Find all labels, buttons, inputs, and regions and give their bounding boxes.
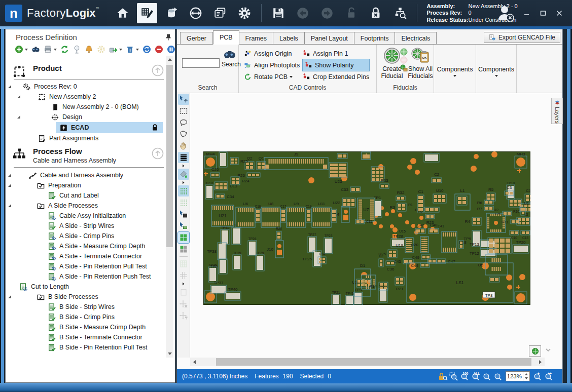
tree-item-a-side-terminate-connector[interactable]: A Side - Terminate Connector xyxy=(6,251,163,261)
layers-tab[interactable]: Layers xyxy=(551,98,563,124)
scroll-down-icon[interactable] xyxy=(166,350,173,358)
stop-icon[interactable] xyxy=(155,45,163,54)
scroll-left-icon[interactable] xyxy=(190,358,199,366)
select-move-icon[interactable] xyxy=(178,94,189,105)
tab-labels[interactable]: Labels xyxy=(273,32,305,45)
print-icon[interactable] xyxy=(44,45,57,54)
tree-item-process-rev-0[interactable]: Process Rev: 0 xyxy=(6,82,163,92)
tree-item-cut-and-label[interactable]: Cut and Label xyxy=(6,190,163,201)
zoom-ALL-icon[interactable]: ALL xyxy=(471,371,482,381)
settings-icon[interactable] xyxy=(234,3,255,23)
home-icon[interactable] xyxy=(113,3,133,23)
tree-item-new-assembly-2-0-bom[interactable]: New Assembly 2 - 0 (BOM) xyxy=(6,102,163,112)
add-icon[interactable] xyxy=(15,45,28,54)
show-polarity-button[interactable]: Show Polarity xyxy=(303,59,369,71)
grid-dots-light-icon[interactable] xyxy=(178,197,189,208)
expander-icon[interactable] xyxy=(8,183,12,187)
unlock-icon[interactable] xyxy=(341,3,362,23)
tree-item-cable-assy-initialization[interactable]: Cable Assy Initialization xyxy=(6,211,163,221)
select-lasso-icon[interactable] xyxy=(178,117,189,128)
select-component-icon[interactable] xyxy=(178,209,189,220)
tree-item-cut-to-length[interactable]: Cut to Length xyxy=(6,282,163,292)
scrollbar-thumb[interactable] xyxy=(166,65,173,247)
tab-gerber[interactable]: Gerber xyxy=(180,32,213,45)
scroll-down-icon[interactable] xyxy=(545,348,551,352)
feeders-icon[interactable] xyxy=(161,3,182,23)
tab-footprints[interactable]: Footprints xyxy=(354,32,396,45)
components-dropdown-2[interactable]: Components xyxy=(476,66,516,77)
grid-dots-icon[interactable] xyxy=(178,185,189,197)
scrollbar-thumb[interactable] xyxy=(216,358,531,366)
tab-pcb[interactable]: PCB xyxy=(213,30,239,45)
move-x-icon[interactable] xyxy=(178,298,189,309)
tab-panel-layout[interactable]: Panel Layout xyxy=(305,32,354,45)
tree-item-b-side-crimp-pins[interactable]: B Side - Crimp Pins xyxy=(6,312,163,322)
zoom-plusplus-icon[interactable]: ++ xyxy=(544,371,555,381)
tree-item-b-side-strip-wires[interactable]: B Side - Strip Wires xyxy=(6,302,163,312)
assign-origin-button[interactable]: Assign Origin xyxy=(244,48,300,59)
expander-icon[interactable] xyxy=(8,295,12,299)
assign-pin1-button[interactable]: Assign Pin 1 xyxy=(303,48,369,59)
tree-item-b-side-processes[interactable]: B Side Processes xyxy=(6,292,163,302)
search-button[interactable]: Search xyxy=(222,49,238,68)
pin-icon[interactable] xyxy=(165,33,172,41)
undo-icon[interactable] xyxy=(293,3,313,23)
tree-item-b-side-pin-retention-pull-test[interactable]: B Side - Pin Retention Pull Test xyxy=(6,342,163,352)
components-dropdown-1[interactable]: Components xyxy=(434,66,476,77)
scroll-right-icon[interactable] xyxy=(536,358,545,366)
fill-colors-icon[interactable] xyxy=(178,169,189,180)
delete-icon[interactable] xyxy=(126,45,139,54)
user-session-icon[interactable] xyxy=(496,4,517,24)
collapse-product-icon[interactable] xyxy=(152,64,164,76)
search-input[interactable] xyxy=(182,58,220,68)
move-pin-icon[interactable] xyxy=(178,310,189,321)
expander-icon[interactable] xyxy=(8,85,12,89)
data-transfer-icon[interactable] xyxy=(186,3,206,23)
zoom-minusminus-icon[interactable]: -- xyxy=(482,371,493,381)
zoom-plus-icon[interactable]: + xyxy=(533,371,544,381)
tree-item-a-side-measure-crimp-depth[interactable]: A Side - Measure Crimp Depth xyxy=(6,241,163,251)
expander-icon[interactable] xyxy=(17,115,21,119)
process-definition-icon[interactable] xyxy=(137,3,157,23)
tree-item-b-side-measure-crimp-depth[interactable]: B Side - Measure Crimp Depth xyxy=(6,322,163,332)
reports-icon[interactable] xyxy=(210,3,230,23)
select-rect-icon[interactable] xyxy=(178,105,189,116)
pause-icon[interactable] xyxy=(167,45,175,54)
tree-item-preparation[interactable]: Preparation xyxy=(6,180,163,190)
flyout-icon[interactable] xyxy=(178,164,189,168)
dropdown-caret[interactable] xyxy=(25,49,28,51)
expander-icon[interactable] xyxy=(17,95,21,99)
zoom-minus-icon[interactable]: - xyxy=(493,371,504,381)
show-all-fiducials-button[interactable]: OK Show All Fiducials xyxy=(406,47,435,80)
tree-item-new-assembly-2[interactable]: New Assembly 2 xyxy=(6,92,163,102)
minimize-button[interactable] xyxy=(521,8,532,18)
notify-icon[interactable] xyxy=(85,45,93,54)
layer-list-icon[interactable] xyxy=(178,152,189,163)
sheet-icon[interactable] xyxy=(178,287,189,298)
configure-icon[interactable] xyxy=(97,45,105,54)
select-footprint-icon[interactable] xyxy=(178,220,189,231)
squares-mixed-icon[interactable] xyxy=(178,244,189,255)
save-icon[interactable] xyxy=(268,3,289,23)
tree-item-a-side-processes[interactable]: A Side Processes xyxy=(6,201,163,211)
pan-hand-icon[interactable] xyxy=(178,140,189,151)
tab-electricals[interactable]: Electricals xyxy=(395,32,437,45)
expander-icon[interactable] xyxy=(8,173,12,177)
redo-icon[interactable] xyxy=(317,3,337,23)
rotate-pcb-button[interactable]: Rotate PCB xyxy=(244,71,300,83)
tree-item-a-side-pin-retention-push-test[interactable]: A Side - Pin Retention Push Test xyxy=(6,271,163,282)
maximize-button[interactable] xyxy=(538,8,549,18)
tree-item-cable-and-harness-assembly[interactable]: Cable and Harness Assembly xyxy=(6,170,163,180)
horizontal-scrollbar[interactable] xyxy=(190,358,545,366)
tree-item-ecad[interactable]: ECAD xyxy=(56,122,163,133)
lock-close-icon[interactable] xyxy=(366,3,386,23)
dropdown-caret[interactable] xyxy=(54,49,57,51)
crosshatch-icon[interactable] xyxy=(178,270,189,281)
flyout-icon[interactable] xyxy=(178,180,189,185)
tree-item-part-assignments[interactable]: Part Assignments xyxy=(6,133,163,143)
dropdown-caret[interactable] xyxy=(119,49,122,51)
squares-green-icon[interactable] xyxy=(178,232,189,243)
align-photoplots-button[interactable]: Align Photoplots xyxy=(244,59,300,71)
zoom-lock-icon[interactable] xyxy=(438,371,448,381)
sign-icon[interactable] xyxy=(73,45,81,54)
